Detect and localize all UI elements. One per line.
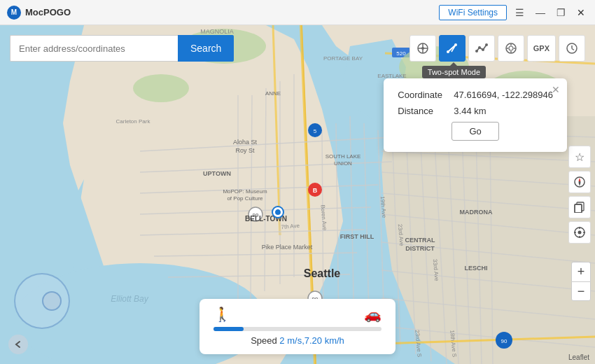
svg-text:Pike Place Market: Pike Place Market [262, 244, 313, 251]
svg-text:MoPOP: Museum: MoPOP: Museum [223, 188, 267, 195]
right-sidebar: ☆ [568, 146, 591, 244]
app-logo: M [7, 6, 21, 20]
my-location-button[interactable] [568, 221, 591, 244]
svg-point-54 [133, 74, 189, 102]
svg-text:LESCHI: LESCHI [464, 265, 487, 272]
speed-bar: 🚶 🚗 Speed 2 m/s,7.20 km/h [200, 299, 396, 354]
twospot-icon [446, 42, 458, 55]
svg-text:of Pop Culture: of Pop Culture [227, 195, 263, 202]
popup-close-button[interactable]: ✕ [552, 84, 560, 95]
svg-text:Carleton Park: Carleton Park [116, 118, 151, 125]
svg-text:Elliott Bay: Elliott Bay [111, 294, 148, 304]
svg-text:FIRST HILL: FIRST HILL [340, 233, 374, 240]
copy-icon [574, 202, 585, 213]
map-attribution: Leaflet [568, 354, 589, 361]
svg-point-103 [510, 44, 512, 46]
copy-button[interactable] [568, 196, 591, 218]
zoom-out-button[interactable]: − [571, 281, 591, 301]
app-title: MocPOGO [25, 7, 71, 18]
zoom-controls: + − [571, 262, 591, 301]
zoom-in-button[interactable]: + [571, 262, 591, 281]
svg-line-109 [572, 49, 574, 50]
hamburger-icon[interactable]: ☰ [512, 7, 527, 18]
svg-point-95 [447, 50, 449, 53]
history-button[interactable] [559, 35, 585, 62]
svg-rect-115 [575, 204, 582, 213]
toolbar: GPX [410, 35, 585, 62]
coordinate-value: 47.616694, -122.298946 [454, 90, 553, 100]
svg-text:MAGNOLIA: MAGNOLIA [200, 28, 234, 35]
twospot-tooltip: Two-spot Mode [422, 66, 486, 78]
back-icon [13, 340, 23, 349]
svg-text:ANNE: ANNE [265, 90, 281, 97]
svg-text:Roy St: Roy St [235, 147, 255, 154]
svg-point-104 [510, 51, 512, 52]
svg-point-98 [478, 46, 481, 49]
restore-button[interactable]: ❐ [554, 7, 568, 18]
joystick-mode-button[interactable] [498, 35, 524, 62]
go-button[interactable]: Go [451, 122, 498, 141]
svg-text:MADRONA: MADRONA [460, 209, 493, 216]
svg-text:Seattle: Seattle [304, 267, 341, 279]
close-button[interactable]: ✕ [574, 7, 588, 18]
svg-point-102 [509, 46, 513, 50]
compass-button[interactable] [568, 171, 591, 193]
distance-row: Distance 3.44 km [398, 106, 553, 116]
svg-text:DISTRICT: DISTRICT [405, 245, 435, 252]
location-marker [273, 207, 283, 217]
svg-point-94 [421, 47, 424, 50]
speed-label: Speed [251, 335, 277, 346]
map-area: 99 5 520 99 University MAGNOLIA Carleton… [0, 25, 595, 364]
speed-value: 2 m/s,7.20 km/h [279, 335, 344, 346]
search-input[interactable] [10, 35, 178, 62]
svg-text:PORTAGE BAY: PORTAGE BAY [323, 55, 363, 62]
svg-text:SOUTH LAKE: SOUTH LAKE [326, 153, 361, 160]
window-controls: ☰ — ❐ ✕ [512, 7, 588, 18]
favorites-button[interactable]: ☆ [568, 146, 591, 168]
svg-text:90: 90 [501, 338, 507, 344]
compass-icon [573, 176, 586, 188]
history-icon [566, 42, 578, 55]
svg-text:UNION: UNION [334, 160, 352, 167]
minimize-button[interactable]: — [533, 7, 548, 18]
svg-text:5: 5 [314, 128, 317, 134]
svg-text:Aloha St: Aloha St [233, 139, 258, 146]
coordinate-row: Coordinate 47.616694, -122.298946 [398, 90, 553, 100]
joystick-icon [505, 42, 517, 55]
svg-marker-113 [579, 183, 581, 186]
my-location-icon [573, 226, 586, 239]
joystick-control[interactable] [14, 273, 70, 329]
svg-point-100 [485, 43, 488, 46]
svg-marker-112 [579, 178, 581, 181]
search-bar: Search [10, 35, 234, 62]
multispot-icon [475, 42, 488, 55]
svg-text:CENTRAL: CENTRAL [405, 237, 435, 244]
back-button[interactable] [8, 335, 28, 354]
speed-slider-fill [214, 327, 244, 331]
twospot-mode-button[interactable] [439, 35, 465, 62]
svg-text:B: B [313, 187, 318, 194]
teleport-icon [416, 42, 429, 55]
speed-mode-icons: 🚶 🚗 [214, 306, 382, 323]
wifi-settings-button[interactable]: WiFi Settings [439, 5, 507, 20]
titlebar: M MocPOGO WiFi Settings ☰ — ❐ ✕ [0, 0, 595, 25]
svg-point-106 [514, 48, 515, 49]
speed-text: Speed 2 m/s,7.20 km/h [251, 335, 344, 346]
svg-text:UPTOWN: UPTOWN [203, 170, 231, 177]
distance-label: Distance [398, 106, 454, 116]
svg-point-97 [475, 50, 478, 52]
svg-point-118 [578, 231, 582, 234]
coordinate-popup: ✕ Coordinate 47.616694, -122.298946 Dist… [384, 78, 567, 152]
joystick-knob [42, 291, 62, 311]
svg-point-96 [454, 43, 457, 46]
teleport-mode-button[interactable] [410, 35, 436, 62]
gpx-button[interactable]: GPX [527, 35, 556, 62]
speed-slider[interactable] [214, 327, 382, 331]
multispot-mode-button[interactable] [468, 35, 495, 62]
svg-point-99 [482, 48, 484, 51]
distance-value: 3.44 km [454, 106, 486, 116]
search-button[interactable]: Search [178, 35, 234, 62]
coordinate-label: Coordinate [398, 90, 454, 100]
walk-icon: 🚶 [214, 306, 231, 323]
car-icon: 🚗 [364, 306, 382, 323]
